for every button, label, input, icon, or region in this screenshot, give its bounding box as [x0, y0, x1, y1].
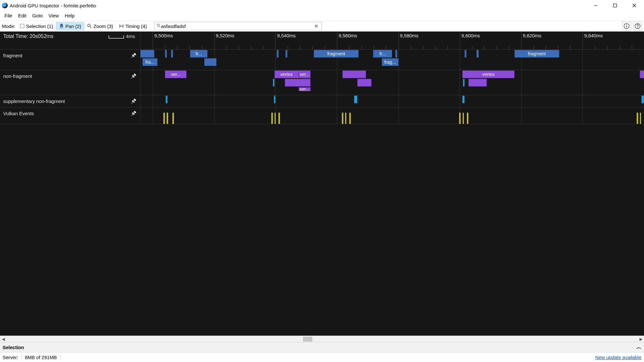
timeline-slice[interactable]	[274, 96, 276, 103]
timeline-slice[interactable]	[163, 113, 165, 124]
mode-selection-label: Selection (1)	[26, 23, 53, 29]
maximize-button[interactable]	[605, 0, 625, 11]
timeline-empty-area[interactable]	[0, 124, 644, 336]
timeline-slice[interactable]	[166, 96, 168, 103]
timeline-slice[interactable]	[345, 113, 347, 124]
timeline-slice[interactable]	[640, 70, 644, 78]
timeline-slice[interactable]	[641, 96, 644, 103]
timeline-slice[interactable]	[476, 50, 479, 58]
timeline-slice[interactable]: fra...	[142, 58, 158, 66]
search-field[interactable]: ✕	[154, 22, 322, 30]
timeline-slice[interactable]	[357, 79, 371, 87]
pin-icon[interactable]: 📌	[131, 98, 136, 104]
mode-selection-button[interactable]: Selection (1)	[17, 22, 56, 30]
menu-help[interactable]: Help	[62, 12, 77, 19]
track-gutter[interactable]: non-fragment📌	[0, 70, 140, 95]
timeline-slice[interactable]: fragment	[314, 50, 358, 58]
timeline-slice[interactable]: vertex	[274, 70, 299, 78]
timeline-slice[interactable]	[273, 79, 274, 87]
timeline-slice[interactable]	[349, 113, 351, 124]
time-header: Total Time: 20s052ms 4ms 9,500ms9,520ms9…	[0, 32, 644, 50]
timeline-slice[interactable]	[172, 113, 174, 124]
clear-search-button[interactable]: ✕	[313, 23, 320, 29]
timeline-slice[interactable]	[342, 113, 343, 124]
minimize-button[interactable]	[586, 0, 605, 11]
close-button[interactable]	[625, 0, 644, 11]
mode-pan-button[interactable]: Pan (2)	[56, 22, 84, 30]
mode-timing-label: Timing (4)	[125, 23, 147, 29]
ruler-minor-tick	[632, 46, 632, 49]
search-input[interactable]	[161, 23, 313, 29]
ruler-minor-tick	[202, 46, 202, 49]
timeline-slice[interactable]	[640, 113, 641, 124]
timeline-slice[interactable]	[395, 50, 397, 58]
timeline-slice[interactable]	[140, 50, 154, 58]
menu-file[interactable]: File	[2, 12, 15, 19]
track-row: supplementary non-fragment📌	[0, 95, 644, 107]
timeline-slice[interactable]: ver...	[165, 70, 187, 78]
track-lane[interactable]: fra...fr...fragmentfr...frag...fragment	[140, 50, 644, 70]
mode-zoom-button[interactable]: Zoom (3)	[84, 22, 116, 30]
timeline-slice[interactable]: vertex	[462, 70, 514, 78]
pin-icon[interactable]: 📌	[131, 111, 136, 116]
time-ruler[interactable]: 9,500ms9,520ms9,540ms9,560ms9,580ms9,600…	[140, 32, 644, 49]
ruler-minor-tick	[423, 46, 423, 49]
track-lane[interactable]: ver...vertexver...ver...vertex	[140, 70, 644, 95]
ruler-tick-label: 9,540ms	[277, 33, 296, 38]
timeline-slice[interactable]	[465, 50, 466, 58]
track-lane[interactable]	[140, 107, 644, 124]
timeline-slice[interactable]	[467, 113, 468, 124]
timeline-slice[interactable]	[278, 113, 280, 124]
timeline-slice[interactable]	[463, 79, 465, 87]
ruler-minor-tick	[189, 46, 190, 49]
timeline-slice[interactable]	[171, 50, 173, 58]
timeline-slice[interactable]	[277, 50, 279, 58]
pin-icon[interactable]: 📌	[131, 53, 136, 58]
timeline-slice[interactable]: fr...	[373, 50, 392, 58]
menu-goto[interactable]: Goto	[30, 12, 45, 19]
timeline-slice[interactable]	[354, 96, 357, 103]
scrollbar-track[interactable]	[6, 337, 638, 341]
timeline-slice[interactable]: fr...	[190, 50, 207, 58]
scrollbar-thumb[interactable]	[303, 337, 312, 341]
selection-panel[interactable]: Selection ︿	[0, 342, 644, 352]
help-button[interactable]	[633, 22, 642, 31]
scroll-left-button[interactable]: ◀	[0, 337, 6, 341]
timeline-slice[interactable]	[637, 113, 638, 124]
track-gutter[interactable]: Vulkan Events📌	[0, 107, 140, 124]
timeline-slice[interactable]	[165, 50, 167, 58]
grid-line	[153, 107, 153, 124]
scroll-right-button[interactable]: ▶	[638, 337, 644, 341]
update-link[interactable]: New update available	[595, 355, 641, 360]
mode-timing-button[interactable]: Timing (4)	[116, 22, 150, 30]
ruler-major-tick: 9,640ms	[582, 32, 583, 49]
info-button[interactable]	[622, 22, 631, 31]
horizontal-scrollbar[interactable]: ◀ ▶	[0, 336, 644, 342]
timeline-slice[interactable]	[285, 79, 311, 87]
menu-view[interactable]: View	[46, 12, 62, 19]
timeline-slice[interactable]: fragment	[514, 50, 559, 58]
timeline-slice[interactable]	[285, 50, 287, 58]
ruler-minor-tick	[620, 46, 620, 49]
timeline-slice[interactable]	[342, 70, 366, 78]
pin-icon[interactable]: 📌	[131, 73, 136, 79]
timeline-slice[interactable]	[468, 79, 487, 87]
time-header-gutter: Total Time: 20s052ms 4ms	[0, 32, 140, 49]
timeline-slice[interactable]	[459, 113, 461, 124]
track-gutter[interactable]: fragment📌	[0, 50, 140, 70]
menu-edit[interactable]: Edit	[15, 12, 29, 19]
timeline-slice[interactable]	[463, 113, 464, 124]
track-gutter[interactable]: supplementary non-fragment📌	[0, 95, 140, 107]
timeline-slice[interactable]: ver...	[299, 70, 311, 78]
timeline-slice[interactable]	[462, 96, 465, 103]
timeline-slice[interactable]: frag...	[382, 58, 398, 66]
timeline-slice[interactable]	[204, 58, 216, 66]
chevron-up-icon[interactable]: ︿	[636, 344, 641, 351]
timeline-slice[interactable]	[271, 113, 273, 124]
timeline-slice[interactable]: ver...	[299, 87, 311, 91]
grid-line	[337, 70, 337, 95]
timeline-slice[interactable]	[167, 113, 168, 124]
timeline-slice[interactable]	[274, 113, 276, 124]
track-row: fragment📌fra...fr...fragmentfr...frag...…	[0, 50, 644, 70]
track-lane[interactable]	[140, 95, 644, 107]
